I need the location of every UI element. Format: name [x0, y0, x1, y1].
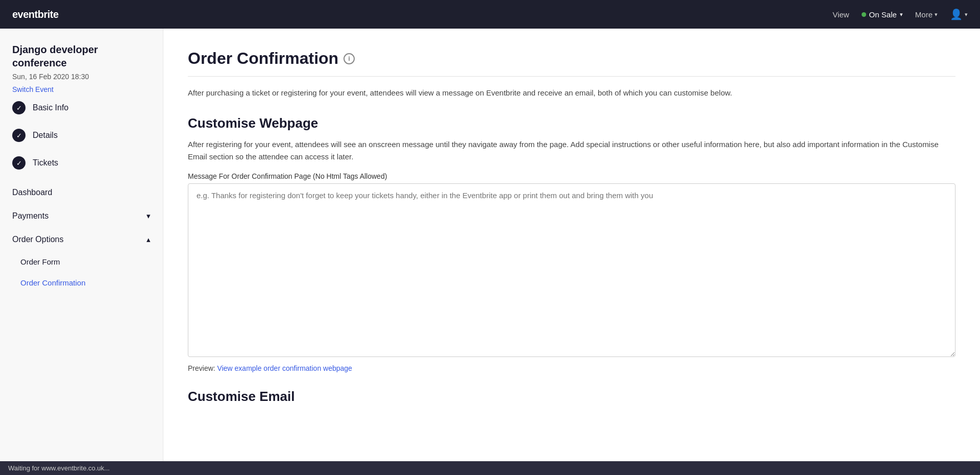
more-chevron-icon: ▾	[935, 11, 938, 18]
header-divider	[188, 76, 955, 77]
statusbar: Waiting for www.eventbrite.co.uk...	[0, 461, 980, 475]
sidebar-item-dashboard[interactable]: Dashboard	[0, 181, 163, 204]
tickets-check-icon: ✓	[12, 156, 26, 170]
sidebar-subitem-order-form[interactable]: Order Form	[0, 251, 163, 272]
payments-label: Payments	[12, 211, 48, 221]
sidebar: Django developer conference Sun, 16 Feb …	[0, 29, 163, 475]
page-subtitle: After purchasing a ticket or registering…	[188, 87, 955, 99]
nav-right: View On Sale ▾ More ▾ 👤 ▾	[832, 8, 968, 20]
basic-info-check-icon: ✓	[12, 101, 26, 114]
details-check-icon: ✓	[12, 129, 26, 142]
sidebar-item-payments[interactable]: Payments ▾	[0, 204, 163, 228]
more-dropdown[interactable]: More ▾	[915, 10, 938, 19]
sidebar-subitem-order-confirmation[interactable]: Order Confirmation	[0, 272, 163, 293]
layout: Django developer conference Sun, 16 Feb …	[0, 29, 980, 475]
webpage-section-description: After registering for your event, attend…	[188, 138, 955, 163]
payments-chevron-icon: ▾	[146, 211, 151, 221]
user-icon: 👤	[950, 8, 963, 20]
user-chevron-icon: ▾	[965, 11, 968, 18]
page-title: Order Confirmation	[188, 49, 338, 68]
event-title: Django developer conference	[0, 43, 163, 73]
email-section-title: Customise Email	[188, 389, 955, 405]
preview-text: Preview: View example order confirmation…	[188, 364, 955, 372]
basic-info-label: Basic Info	[33, 103, 68, 112]
details-label: Details	[33, 131, 58, 140]
sidebar-item-details[interactable]: ✓ Details	[0, 122, 163, 149]
order-options-label: Order Options	[12, 235, 63, 244]
main-content: Order Confirmation i After purchasing a …	[163, 29, 980, 475]
on-sale-dropdown[interactable]: On Sale ▾	[862, 10, 903, 19]
info-icon[interactable]: i	[344, 53, 355, 64]
statusbar-text: Waiting for www.eventbrite.co.uk...	[8, 464, 110, 472]
sidebar-item-order-options[interactable]: Order Options ▴	[0, 228, 163, 251]
logo[interactable]: eventbrite	[12, 9, 59, 20]
event-date: Sun, 16 Feb 2020 18:30	[0, 73, 163, 85]
webpage-section-title: Customise Webpage	[188, 115, 955, 131]
tickets-label: Tickets	[33, 158, 58, 168]
on-sale-label: On Sale	[869, 10, 897, 19]
dashboard-label: Dashboard	[12, 188, 52, 197]
on-sale-chevron-icon: ▾	[900, 11, 903, 18]
sidebar-item-tickets[interactable]: ✓ Tickets	[0, 149, 163, 177]
order-options-chevron-icon: ▴	[146, 235, 151, 244]
more-label: More	[915, 10, 933, 19]
confirmation-message-textarea[interactable]	[188, 183, 955, 357]
preview-link[interactable]: View example order confirmation webpage	[217, 364, 352, 372]
page-header: Order Confirmation i	[188, 49, 955, 68]
top-nav: eventbrite View On Sale ▾ More ▾ 👤 ▾	[0, 0, 980, 29]
on-sale-status-dot	[862, 12, 866, 17]
confirmation-field-label: Message For Order Confirmation Page (No …	[188, 172, 955, 180]
user-menu[interactable]: 👤 ▾	[950, 8, 968, 20]
view-link[interactable]: View	[832, 10, 849, 19]
nav-checked-items: ✓ Basic Info ✓ Details ✓ Tickets	[0, 94, 163, 181]
nav-left: eventbrite	[12, 9, 59, 20]
